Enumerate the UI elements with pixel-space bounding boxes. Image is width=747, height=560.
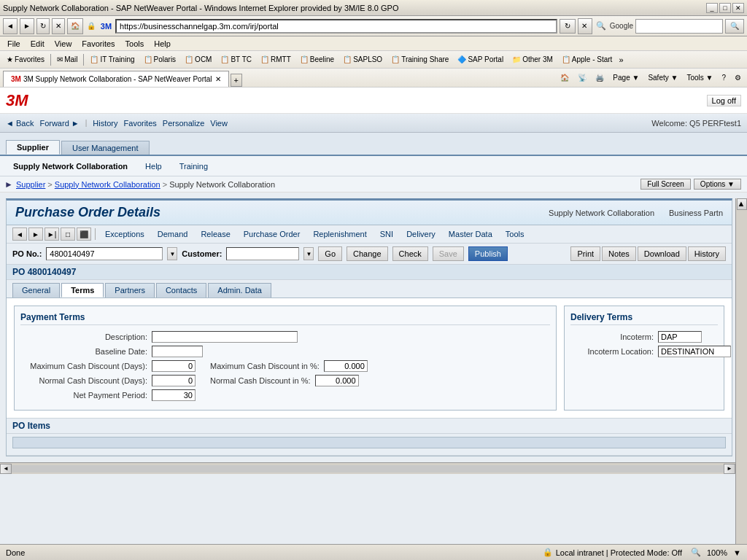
settings-button[interactable]: ⚙ bbox=[732, 71, 744, 85]
incoterm-input[interactable] bbox=[658, 331, 702, 343]
toolbar-exceptions[interactable]: Exceptions bbox=[99, 229, 150, 239]
toolbar-back-icon[interactable]: ◄ bbox=[12, 228, 27, 241]
customer-input[interactable] bbox=[226, 247, 299, 260]
full-screen-button[interactable]: Full Screen bbox=[640, 179, 691, 190]
search-input[interactable] bbox=[635, 19, 723, 34]
maximize-button[interactable]: □ bbox=[719, 3, 731, 13]
close-button[interactable]: ✕ bbox=[732, 3, 744, 13]
toolbar-purchase-order[interactable]: Purchase Order bbox=[238, 229, 306, 239]
ocm-button[interactable]: 📋 OCM bbox=[181, 53, 215, 66]
net-payment-period-input[interactable] bbox=[152, 389, 196, 401]
menu-edit[interactable]: Edit bbox=[26, 39, 49, 49]
toolbar-demand[interactable]: Demand bbox=[152, 229, 194, 239]
forward-nav-button[interactable]: Forward ► bbox=[39, 119, 79, 128]
sub-tab-partners[interactable]: Partners bbox=[105, 283, 155, 298]
minimize-button[interactable]: _ bbox=[706, 3, 718, 13]
rmtt-button[interactable]: 📋 RMTT bbox=[257, 53, 295, 66]
toolbar-replenishment[interactable]: Replenishment bbox=[307, 229, 372, 239]
toolbar-next-icon[interactable]: ►| bbox=[44, 228, 59, 241]
home-button[interactable]: 🏠 bbox=[67, 18, 83, 34]
saplso-button[interactable]: 📋 SAPLSO bbox=[339, 53, 386, 66]
menu-view[interactable]: View bbox=[50, 39, 77, 49]
history-button[interactable]: History bbox=[688, 246, 726, 261]
vertical-scrollbar[interactable]: ▲ bbox=[735, 198, 747, 544]
back-button[interactable]: ◄ bbox=[3, 18, 18, 34]
expand-arrow[interactable]: ► bbox=[4, 179, 13, 190]
notes-button[interactable]: Notes bbox=[602, 246, 636, 261]
logoff-button[interactable]: Log off bbox=[707, 95, 741, 106]
sub-tab-terms[interactable]: Terms bbox=[61, 283, 104, 298]
toolbar-delivery[interactable]: Delivery bbox=[400, 229, 441, 239]
training-share-button[interactable]: 📋 Training Share bbox=[387, 53, 452, 66]
polaris-button[interactable]: 📋 Polaris bbox=[140, 53, 180, 66]
options-button[interactable]: Options ▼ bbox=[694, 179, 741, 190]
check-button[interactable]: Check bbox=[392, 246, 428, 261]
baseline-date-input[interactable] bbox=[152, 346, 203, 357]
address-input[interactable] bbox=[115, 19, 557, 34]
toolbar-sni[interactable]: SNI bbox=[374, 229, 399, 239]
customer-dropdown[interactable]: ▼ bbox=[303, 247, 314, 260]
personalize-nav-button[interactable]: Personalize bbox=[163, 119, 204, 128]
print-button[interactable]: 🖨️ bbox=[592, 71, 607, 85]
sub-tab-admin-data[interactable]: Admin. Data bbox=[208, 283, 271, 298]
sub-tab-contacts[interactable]: Contacts bbox=[156, 283, 206, 298]
sub-tab-help[interactable]: Help bbox=[138, 160, 169, 172]
bt-tc-button[interactable]: 📋 BT TC bbox=[217, 53, 255, 66]
max-cash-pct-input[interactable] bbox=[324, 360, 368, 372]
zoom-dropdown-icon[interactable]: ▼ bbox=[733, 548, 741, 557]
current-tab[interactable]: 3M 3M Supply Network Collaboration - SAP… bbox=[3, 71, 229, 87]
other-3m-button[interactable]: 📁 Other 3M bbox=[508, 53, 557, 66]
horizontal-scrollbar[interactable]: ◄ ► bbox=[0, 462, 735, 474]
toolbar-release[interactable]: Release bbox=[195, 229, 236, 239]
tab-user-management[interactable]: User Management bbox=[61, 141, 150, 155]
mail-button[interactable]: ✉ Mail bbox=[53, 53, 81, 66]
po-number-input[interactable] bbox=[46, 247, 163, 260]
sub-tab-general[interactable]: General bbox=[12, 283, 60, 298]
page-button[interactable]: Page ▼ bbox=[610, 71, 642, 85]
favorites-button[interactable]: ★ Favorites bbox=[3, 53, 48, 66]
sap-portal-button[interactable]: 🔷 SAP Portal bbox=[454, 53, 507, 66]
history-nav-button[interactable]: History bbox=[93, 119, 117, 128]
normal-cash-pct-input[interactable] bbox=[315, 375, 359, 386]
refresh-go-button[interactable]: ↻ bbox=[560, 19, 576, 34]
back-nav-button[interactable]: ◄ Back bbox=[6, 119, 34, 128]
publish-button[interactable]: Publish bbox=[468, 246, 508, 261]
change-button[interactable]: Change bbox=[347, 246, 388, 261]
toolbar-forward-icon[interactable]: ► bbox=[28, 228, 43, 241]
tools-button[interactable]: Tools ▼ bbox=[684, 71, 716, 85]
new-tab-button[interactable]: + bbox=[231, 74, 242, 87]
menu-tools[interactable]: Tools bbox=[121, 39, 149, 49]
toolbar-grid-icon[interactable]: ⬛ bbox=[77, 228, 91, 241]
po-number-dropdown[interactable]: ▼ bbox=[167, 247, 177, 260]
beeline-button[interactable]: 📋 Beeline bbox=[296, 53, 338, 66]
menu-file[interactable]: File bbox=[3, 39, 25, 49]
scroll-up-button[interactable]: ▲ bbox=[737, 198, 747, 210]
print-button[interactable]: Print bbox=[570, 246, 600, 261]
help-icon-button[interactable]: ? bbox=[719, 71, 729, 85]
toolbar-detail-icon[interactable]: □ bbox=[61, 228, 75, 241]
menu-help[interactable]: Help bbox=[150, 39, 175, 49]
home-icon-button[interactable]: 🏠 bbox=[557, 71, 572, 85]
apple-start-button[interactable]: 📋 Apple - Start bbox=[558, 53, 616, 66]
tab-close-icon[interactable]: ✕ bbox=[215, 75, 221, 83]
description-input[interactable] bbox=[152, 331, 298, 343]
toolbar-master-data[interactable]: Master Data bbox=[443, 229, 498, 239]
go-button[interactable]: Go bbox=[318, 246, 342, 261]
sub-tab-snc[interactable]: Supply Network Collaboration bbox=[6, 160, 135, 172]
toolbar-tools[interactable]: Tools bbox=[500, 229, 530, 239]
download-button[interactable]: Download bbox=[638, 246, 686, 261]
stop-button[interactable]: ✕ bbox=[52, 18, 65, 34]
breadcrumb-supplier[interactable]: Supplier bbox=[16, 180, 45, 189]
max-cash-discount-days-input[interactable] bbox=[152, 360, 196, 372]
favorites-more[interactable]: » bbox=[619, 55, 623, 64]
tab-supplier[interactable]: Supplier bbox=[6, 140, 60, 155]
menu-favorites[interactable]: Favorites bbox=[77, 39, 119, 49]
bing-button[interactable]: ✕ bbox=[578, 18, 592, 34]
save-button[interactable]: Save bbox=[433, 246, 464, 261]
sub-tab-training[interactable]: Training bbox=[172, 160, 215, 172]
safety-button[interactable]: Safety ▼ bbox=[645, 71, 681, 85]
forward-button[interactable]: ► bbox=[20, 18, 34, 34]
view-nav-button[interactable]: View bbox=[210, 119, 228, 128]
scroll-left-button[interactable]: ◄ bbox=[0, 464, 12, 474]
breadcrumb-snc[interactable]: Supply Network Collaboration bbox=[55, 180, 160, 189]
